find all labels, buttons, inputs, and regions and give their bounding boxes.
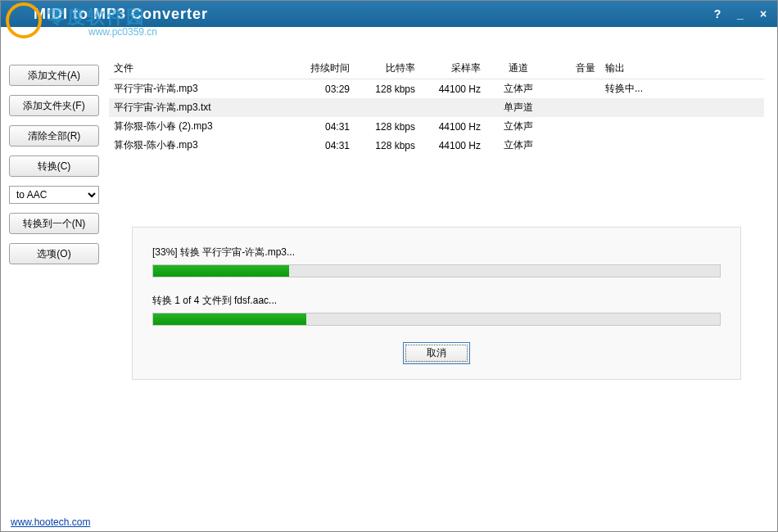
cell-volume bbox=[551, 117, 600, 136]
add-folder-button[interactable]: 添加文件夹(F) bbox=[9, 95, 99, 116]
cell-file: 算你狠-陈小春 (2).mp3 bbox=[109, 117, 297, 136]
cell-output: 转换中... bbox=[600, 79, 764, 99]
minimize-button[interactable]: _ bbox=[733, 7, 748, 20]
cell-samplerate: 44100 Hz bbox=[420, 136, 486, 155]
cell-duration: 03:29 bbox=[297, 79, 355, 99]
main-area: 文件 持续时间 比特率 采样率 通道 音量 输出 平行宇宙-许嵩.mp303:2… bbox=[106, 27, 777, 513]
cell-duration bbox=[297, 98, 355, 117]
table-row[interactable]: 算你狠-陈小春 (2).mp304:31128 kbps44100 Hz立体声 bbox=[109, 117, 764, 136]
options-button[interactable]: 选项(O) bbox=[9, 243, 99, 264]
cell-bitrate bbox=[355, 98, 420, 117]
footer: www.hootech.com bbox=[1, 513, 777, 531]
cell-samplerate: 44100 Hz bbox=[420, 79, 486, 99]
cell-output bbox=[600, 136, 764, 155]
cell-channels: 单声道 bbox=[486, 98, 551, 117]
cell-volume bbox=[551, 136, 600, 155]
cell-file: 平行宇宙-许嵩.mp3.txt bbox=[109, 98, 297, 117]
cell-duration: 04:31 bbox=[297, 136, 355, 155]
cell-file: 平行宇宙-许嵩.mp3 bbox=[109, 79, 297, 99]
cancel-button[interactable]: 取消 bbox=[403, 342, 470, 364]
add-file-button[interactable]: 添加文件(A) bbox=[9, 65, 99, 86]
cell-volume bbox=[551, 79, 600, 99]
cell-channels: 立体声 bbox=[486, 136, 551, 155]
col-volume[interactable]: 音量 bbox=[551, 58, 600, 79]
progress-total-label: 转换 1 of 4 文件到 fdsf.aac... bbox=[152, 294, 721, 308]
cell-file: 算你狠-陈小春.mp3 bbox=[109, 136, 297, 155]
col-output[interactable]: 输出 bbox=[600, 58, 764, 79]
cell-samplerate: 44100 Hz bbox=[420, 117, 486, 136]
col-samplerate[interactable]: 采样率 bbox=[420, 58, 486, 79]
progress-dialog: [33%] 转换 平行宇宙-许嵩.mp3... 转换 1 of 4 文件到 fd… bbox=[132, 227, 741, 380]
table-row[interactable]: 平行宇宙-许嵩.mp303:29128 kbps44100 Hz立体声转换中..… bbox=[109, 79, 764, 99]
col-bitrate[interactable]: 比特率 bbox=[355, 58, 420, 79]
sidebar: 添加文件(A) 添加文件夹(F) 清除全部(R) 转换(C) to AAC 转换… bbox=[1, 27, 106, 513]
convert-button[interactable]: 转换(C) bbox=[9, 156, 99, 177]
app-logo-icon bbox=[4, 1, 53, 42]
progress-bar-file bbox=[152, 264, 721, 277]
col-duration[interactable]: 持续时间 bbox=[297, 58, 355, 79]
cell-bitrate: 128 kbps bbox=[355, 136, 420, 155]
close-button[interactable]: × bbox=[756, 7, 771, 20]
progress-bar-total bbox=[152, 313, 721, 326]
window-title: MIDI to MP3 Converter bbox=[34, 6, 208, 23]
clear-all-button[interactable]: 清除全部(R) bbox=[9, 125, 99, 147]
cell-samplerate bbox=[420, 98, 486, 117]
table-row[interactable]: 平行宇宙-许嵩.mp3.txt单声道 bbox=[109, 98, 764, 117]
cell-output bbox=[600, 98, 764, 117]
file-table: 文件 持续时间 比特率 采样率 通道 音量 输出 平行宇宙-许嵩.mp303:2… bbox=[109, 58, 764, 155]
cell-output bbox=[600, 117, 764, 136]
cell-bitrate: 128 kbps bbox=[355, 79, 420, 99]
cell-duration: 04:31 bbox=[297, 117, 355, 136]
cell-channels: 立体声 bbox=[486, 117, 551, 136]
col-channels[interactable]: 通道 bbox=[486, 58, 551, 79]
cell-bitrate: 128 kbps bbox=[355, 117, 420, 136]
col-file[interactable]: 文件 bbox=[109, 58, 297, 79]
format-select[interactable]: to AAC bbox=[9, 186, 99, 204]
cell-volume bbox=[551, 98, 600, 117]
cell-channels: 立体声 bbox=[486, 79, 551, 99]
titlebar: MIDI to MP3 Converter ? _ × bbox=[1, 1, 777, 27]
progress-file-label: [33%] 转换 平行宇宙-许嵩.mp3... bbox=[152, 246, 721, 259]
footer-link[interactable]: www.hootech.com bbox=[11, 516, 90, 528]
table-row[interactable]: 算你狠-陈小春.mp304:31128 kbps44100 Hz立体声 bbox=[109, 136, 764, 155]
help-button[interactable]: ? bbox=[710, 7, 725, 20]
convert-to-one-button[interactable]: 转换到一个(N) bbox=[9, 213, 99, 234]
